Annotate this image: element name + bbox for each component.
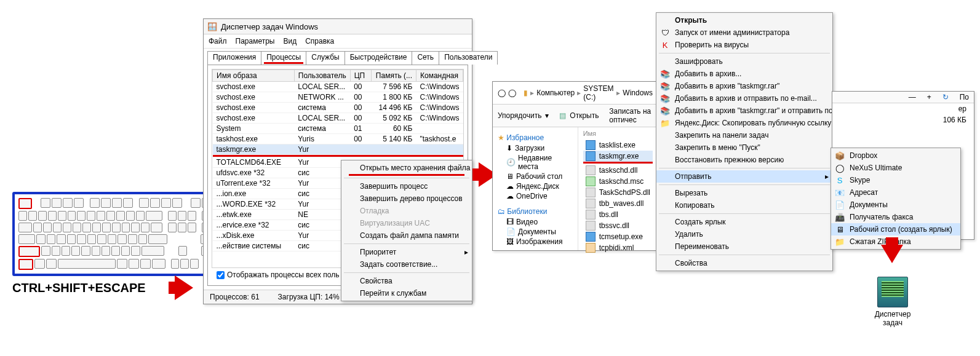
menu-file[interactable]: Файл: [209, 37, 227, 45]
nav-item[interactable]: 🖼Изображения: [495, 237, 575, 247]
menu-item[interactable]: Завершить процесс: [341, 180, 472, 192]
menu-view[interactable]: Вид: [283, 37, 297, 45]
file-item[interactable]: TaskSchdPS.dll: [583, 187, 653, 198]
menu-item[interactable]: 📁Яндекс.Диск: Скопировать публичную ссыл…: [656, 117, 832, 129]
menu-item[interactable]: Создать ярлык: [656, 216, 832, 228]
file-item[interactable]: taskschd.dll: [583, 165, 653, 176]
menu-item[interactable]: Зашифровать: [656, 55, 832, 68]
menu-item[interactable]: 📚Добавить в архив...: [656, 68, 832, 80]
menu-item[interactable]: Свойства: [341, 275, 472, 287]
process-row[interactable]: svchost.exeсистема0014 496 КБC:\Windows: [213, 103, 463, 113]
titlebar[interactable]: 🪟 Диспетчер задач Windows: [204, 19, 472, 34]
menu-item[interactable]: Задать соответствие...: [341, 258, 472, 271]
file-item[interactable]: tasklist.exe: [583, 140, 653, 151]
menu-item[interactable]: Копировать: [656, 199, 832, 212]
process-context-menu[interactable]: Открыть место хранения файлаЗавершить пр…: [341, 160, 472, 301]
explorer-filelist[interactable]: Имя tasklist.exetaskmgr.exetaskschd.dllt…: [578, 127, 658, 250]
process-row[interactable]: svchost.exeNETWORK ...001 800 КБC:\Windo…: [213, 92, 463, 103]
menu-item-icon: 📚: [660, 69, 670, 79]
file-item[interactable]: taskmgr.exe: [583, 151, 653, 162]
tab-applications[interactable]: Приложения: [207, 51, 261, 65]
menu-item[interactable]: Удалить: [656, 228, 832, 240]
file-item[interactable]: tbs.dll: [583, 209, 653, 220]
crumb-computer[interactable]: Компьютер: [536, 89, 575, 97]
nav-item[interactable]: ⬇Загрузки: [495, 143, 575, 153]
process-row[interactable]: taskhost.exeYuris005 140 КБ"taskhost.e: [213, 134, 463, 144]
menu-item[interactable]: Открыть: [656, 14, 832, 26]
menu-item-label: Яндекс.Диск: Скопировать публичную ссылк…: [675, 119, 831, 127]
menu-item[interactable]: Приоритет: [341, 246, 472, 258]
breadcrumb[interactable]: ◯ ◯ ▮ ▸ Компьютер ▸ SYSTEM (C:) ▸ Window…: [493, 82, 658, 105]
col-user[interactable]: Пользователь: [294, 70, 350, 82]
nav-fwd-icon[interactable]: ◯: [508, 89, 516, 97]
toolbar-open[interactable]: Открыть: [570, 111, 599, 120]
menu-item[interactable]: Переименовать: [656, 240, 832, 253]
menu-item[interactable]: SSkype: [831, 174, 960, 186]
menu-item[interactable]: 📚Добавить в архив и отправить по e-mail.…: [656, 92, 832, 105]
desktop-shortcut[interactable]: Диспетчер задач: [865, 277, 920, 327]
tab-network[interactable]: Сеть: [412, 51, 439, 65]
menu-item-label: Skype: [850, 176, 870, 184]
nav-item[interactable]: 🎞Видео: [495, 217, 575, 227]
process-row[interactable]: taskmgr.exeYur: [213, 144, 463, 155]
menu-item[interactable]: Закрепить на панели задач: [656, 129, 832, 141]
col-memory[interactable]: Память (...: [371, 70, 416, 82]
control-dash[interactable]: —: [909, 93, 916, 101]
nav-item[interactable]: 🕘Недавние места: [495, 153, 575, 172]
menu-item[interactable]: KПроверить на вирусы: [656, 39, 832, 51]
refresh-icon[interactable]: ↻: [942, 93, 949, 101]
crumb-folder[interactable]: Windows: [623, 89, 653, 97]
nav-item[interactable]: 🖥Рабочий стол: [495, 172, 575, 181]
menu-item[interactable]: 🖥Рабочий стол (создать ярлык): [831, 223, 960, 235]
file-item[interactable]: tcpbidi.xml: [583, 242, 653, 253]
nav-item[interactable]: 📄Документы: [495, 227, 575, 237]
tab-services[interactable]: Службы: [306, 51, 345, 65]
menu-item[interactable]: Перейти к службам: [341, 287, 472, 299]
toolbar-arrange[interactable]: Упорядочить: [498, 111, 541, 120]
nav-item[interactable]: ☁Яндекс.Диск: [495, 181, 575, 191]
menu-item[interactable]: 📧Адресат: [831, 186, 960, 199]
menu-item[interactable]: 📠Получатель факса: [831, 211, 960, 223]
tab-performance[interactable]: Быстродействие: [345, 51, 413, 65]
menu-item[interactable]: Свойства: [656, 257, 832, 269]
menu-item[interactable]: Завершить дерево процессов: [341, 192, 472, 205]
process-row[interactable]: Systemсистема0160 КБ: [213, 124, 463, 134]
menu-item[interactable]: Восстановить прежнюю версию: [656, 154, 832, 166]
toolbar-burn[interactable]: Записать на оптичес: [609, 107, 653, 124]
sendto-context-menu[interactable]: 📦Dropbox◯NeXuS UltimateSSkype📧Адресат📄До…: [831, 148, 961, 250]
menu-item[interactable]: ◯NeXuS Ultimate: [831, 162, 960, 174]
menu-help[interactable]: Справка: [305, 37, 334, 45]
show-all-users-input[interactable]: [217, 271, 225, 279]
menu-item[interactable]: 📄Документы: [831, 199, 960, 211]
nav-item[interactable]: ☁OneDrive: [495, 191, 575, 201]
file-item[interactable]: tbssvc.dll: [583, 220, 653, 231]
nav-back-icon[interactable]: ◯: [498, 89, 506, 97]
control-plus[interactable]: +: [927, 93, 931, 101]
file-column-header[interactable]: Имя: [583, 130, 653, 137]
menu-item[interactable]: Закрепить в меню "Пуск": [656, 141, 832, 154]
menu-item[interactable]: Открыть место хранения файла: [341, 162, 472, 174]
file-item[interactable]: tcmsetup.exe: [583, 231, 653, 242]
menu-item[interactable]: 🛡Запуск от имени администратора: [656, 26, 832, 39]
file-context-menu[interactable]: Открыть🛡Запуск от имени администратораKП…: [656, 12, 833, 271]
menu-item[interactable]: 📚Добавить в архив "taskmgr.rar": [656, 80, 832, 92]
nav-item-label: Изображения: [516, 237, 562, 246]
process-row[interactable]: svchost.exeLOCAL SER...007 596 КБC:\Wind…: [213, 82, 463, 92]
menu-item[interactable]: Создать файл дампа памяти: [341, 229, 472, 242]
menu-item[interactable]: Отправить: [656, 170, 832, 183]
tab-users[interactable]: Пользователи: [439, 51, 498, 65]
file-item[interactable]: tbb_waves.dll: [583, 198, 653, 209]
crumb-drive[interactable]: SYSTEM (C:): [583, 84, 614, 101]
menu-item-label: Задать соответствие...: [360, 260, 437, 269]
col-cmdline[interactable]: Командная: [416, 70, 463, 82]
col-cpu[interactable]: ЦП: [350, 70, 371, 82]
col-image[interactable]: Имя образа: [213, 70, 295, 82]
menu-options[interactable]: Параметры: [236, 37, 275, 45]
explorer-navpane[interactable]: ★ Избранное ⬇Загрузки🕘Недавние места🖥Раб…: [493, 127, 578, 250]
menu-item[interactable]: 📚Добавить в архив "taskmgr.rar" и отправ…: [656, 105, 832, 117]
menu-item[interactable]: 📦Dropbox: [831, 149, 960, 162]
file-item[interactable]: taskschd.msc: [583, 176, 653, 187]
process-row[interactable]: svchost.exeLOCAL SER...005 092 КБC:\Wind…: [213, 113, 463, 124]
menu-item[interactable]: Вырезать: [656, 187, 832, 199]
tab-processes[interactable]: Процессы: [261, 51, 306, 65]
